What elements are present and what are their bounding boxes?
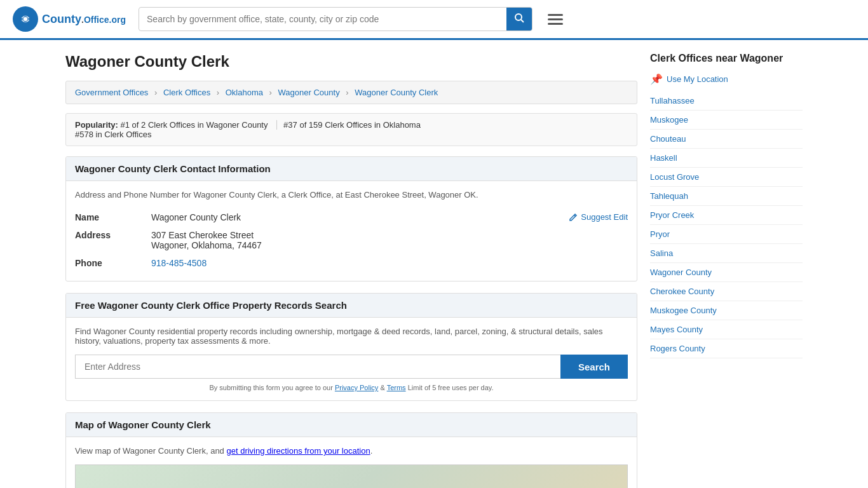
sidebar-link-locust-grove[interactable]: Locust Grove	[650, 168, 803, 186]
sidebar-title: Clerk Offices near Wagoner	[650, 53, 803, 64]
contact-address-value: 307 East Cherokee Street Wagoner, Oklaho…	[151, 226, 628, 254]
sidebar-list-item: Wagoner County	[650, 263, 803, 282]
popularity-bar: Popularity: #1 of 2 Clerk Offices in Wag…	[65, 113, 637, 146]
suggest-edit-icon	[569, 213, 578, 222]
global-search-button[interactable]	[506, 8, 532, 30]
location-pin-icon: 📌	[650, 73, 663, 85]
sidebar-list-item: Haskell	[650, 149, 803, 168]
use-my-location-link[interactable]: 📌 Use My Location	[650, 73, 803, 85]
breadcrumb-link-ok[interactable]: Oklahoma	[226, 88, 263, 97]
sidebar-link-haskell[interactable]: Haskell	[650, 149, 803, 167]
sidebar-link-tullahassee[interactable]: Tullahassee	[650, 92, 803, 110]
contact-section-body: Address and Phone Number for Wagoner Cou…	[66, 181, 637, 281]
use-location-label: Use My Location	[667, 74, 728, 84]
global-search-input[interactable]	[139, 9, 506, 29]
contact-phone-value: 918-485-4508	[151, 254, 628, 272]
contact-section-header: Wagoner County Clerk Contact Information	[66, 157, 637, 181]
sidebar-link-pryor-creek[interactable]: Pryor Creek	[650, 206, 803, 224]
svg-point-2	[515, 14, 522, 20]
page-title: Wagoner County Clerk	[65, 53, 637, 71]
svg-line-3	[521, 20, 524, 22]
address-search-row: Search	[75, 355, 628, 379]
sidebar-link-tahlequah[interactable]: Tahlequah	[650, 187, 803, 205]
header: County.Office.org	[0, 0, 868, 40]
hamburger-line-2	[548, 18, 563, 20]
map-inner: Wagoner County Clerk ▼ The Gate Church n…	[76, 465, 627, 488]
sidebar-links-list: TullahasseeMuskogeeChouteauHaskellLocust…	[650, 92, 803, 358]
main-wrapper: Wagoner County Clerk Government Offices …	[53, 40, 815, 488]
contact-section-desc: Address and Phone Number for Wagoner Cou…	[75, 190, 628, 200]
svg-point-1	[24, 17, 27, 21]
sidebar-link-salina[interactable]: Salina	[650, 244, 803, 262]
sidebar-link-cherokee-county[interactable]: Cherokee County	[650, 282, 803, 301]
sidebar-link-chouteau[interactable]: Chouteau	[650, 130, 803, 148]
breadcrumb: Government Offices › Clerk Offices › Okl…	[65, 81, 637, 104]
popularity-rank3: #578 in Clerk Offices	[75, 130, 151, 139]
sidebar-list-item: Muskogee County	[650, 301, 803, 320]
contact-name-value: Wagoner County Clerk Suggest Edit	[151, 208, 628, 226]
hamburger-menu-button[interactable]	[545, 11, 566, 27]
property-search-section: Free Wagoner County Clerk Office Propert…	[65, 293, 637, 401]
property-search-body: Find Wagoner County residential property…	[66, 318, 637, 400]
map-section: Map of Wagoner County Clerk View map of …	[65, 412, 637, 488]
contact-phone-link[interactable]: 918-485-4508	[151, 258, 207, 268]
sidebar-list-item: Pryor Creek	[650, 206, 803, 225]
sidebar-list-item: Muskogee	[650, 111, 803, 130]
popularity-label: Popularity:	[75, 120, 118, 130]
contact-phone-label: Phone	[75, 254, 151, 272]
logo[interactable]: County.Office.org	[13, 6, 126, 32]
contact-address-row: Address 307 East Cherokee Street Wagoner…	[75, 226, 628, 254]
breadcrumb-link-gov[interactable]: Government Offices	[75, 88, 148, 97]
breadcrumb-sep-3: ›	[269, 88, 272, 97]
hamburger-line-3	[548, 23, 563, 25]
logo-icon	[13, 6, 38, 32]
popularity-rank1: #1 of 2 Clerk Offices in Wagoner County	[121, 120, 268, 130]
contact-table: Name Wagoner County Clerk Suggest Edit	[75, 208, 628, 272]
global-search-bar	[139, 7, 532, 31]
driving-directions-link[interactable]: get driving directions from your locatio…	[226, 446, 370, 456]
sidebar: Clerk Offices near Wagoner 📌 Use My Loca…	[650, 53, 803, 488]
breadcrumb-sep-2: ›	[217, 88, 219, 97]
sidebar-link-muskogee-county[interactable]: Muskogee County	[650, 301, 803, 320]
contact-address-label: Address	[75, 226, 151, 254]
property-search-button[interactable]: Search	[560, 355, 628, 379]
sidebar-list-item: Locust Grove	[650, 168, 803, 187]
breadcrumb-link-clerk[interactable]: Clerk Offices	[163, 88, 210, 97]
terms-link[interactable]: Terms	[387, 384, 406, 391]
sidebar-link-pryor[interactable]: Pryor	[650, 225, 803, 243]
sidebar-link-mayes-county[interactable]: Mayes County	[650, 320, 803, 339]
hamburger-line-1	[548, 14, 563, 16]
form-disclaimer: By submitting this form you agree to our…	[75, 384, 628, 391]
map-placeholder: Wagoner County Clerk ▼ The Gate Church n…	[75, 464, 628, 488]
suggest-edit-button[interactable]: Suggest Edit	[569, 212, 628, 222]
sidebar-list-item: Salina	[650, 244, 803, 263]
content-area: Wagoner County Clerk Government Offices …	[65, 53, 637, 488]
property-search-desc: Find Wagoner County residential property…	[75, 327, 628, 346]
sidebar-list-item: Tullahassee	[650, 92, 803, 111]
contact-section: Wagoner County Clerk Contact Information…	[65, 156, 637, 281]
sidebar-list-item: Chouteau	[650, 130, 803, 149]
sidebar-link-muskogee[interactable]: Muskogee	[650, 111, 803, 129]
address-input[interactable]	[75, 355, 560, 379]
sidebar-link-rogers-county[interactable]: Rogers County	[650, 339, 803, 358]
breadcrumb-sep-1: ›	[154, 88, 157, 97]
popularity-rank2: #37 of 159 Clerk Offices in Oklahoma	[276, 120, 421, 130]
sidebar-list-item: Tahlequah	[650, 187, 803, 206]
map-desc: View map of Wagoner County Clerk, and ge…	[75, 446, 628, 456]
logo-text: County.Office.org	[42, 13, 126, 26]
breadcrumb-link-wagoner-clerk[interactable]: Wagoner County Clerk	[355, 88, 438, 97]
map-section-header: Map of Wagoner County Clerk	[66, 413, 637, 437]
contact-name-row: Name Wagoner County Clerk Suggest Edit	[75, 208, 628, 226]
sidebar-link-wagoner-county[interactable]: Wagoner County	[650, 263, 803, 281]
sidebar-list-item: Mayes County	[650, 320, 803, 339]
sidebar-list-item: Rogers County	[650, 339, 803, 358]
map-section-body: View map of Wagoner County Clerk, and ge…	[66, 437, 637, 488]
contact-name-label: Name	[75, 208, 151, 226]
sidebar-list-item: Pryor	[650, 225, 803, 244]
breadcrumb-sep-4: ›	[346, 88, 348, 97]
contact-phone-row: Phone 918-485-4508	[75, 254, 628, 272]
privacy-policy-link[interactable]: Privacy Policy	[335, 384, 378, 391]
sidebar-list-item: Cherokee County	[650, 282, 803, 301]
property-search-header: Free Wagoner County Clerk Office Propert…	[66, 294, 637, 318]
breadcrumb-link-wagoner-county[interactable]: Wagoner County	[278, 88, 340, 97]
